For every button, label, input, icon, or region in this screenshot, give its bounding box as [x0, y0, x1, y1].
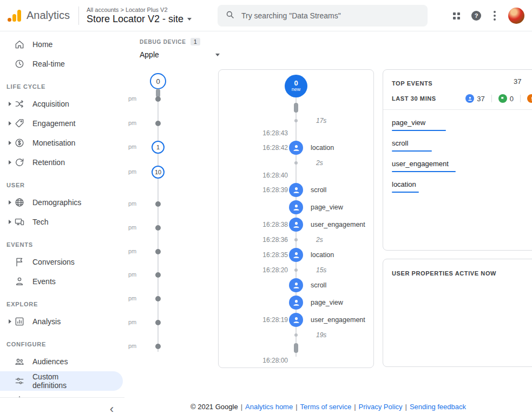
minute-count-circle[interactable]: 10: [152, 166, 165, 179]
minute-dot[interactable]: [155, 249, 161, 254]
top-event-name[interactable]: location: [392, 180, 416, 188]
sidebar-item-demographics[interactable]: Demographics: [0, 193, 124, 212]
minute-dot[interactable]: [155, 272, 161, 278]
sidebar-item-acquisition[interactable]: Acquisition: [0, 94, 124, 114]
chevron-down-icon: [215, 54, 220, 56]
home-logo-link[interactable]: Analytics: [0, 9, 75, 23]
expand-caret-icon[interactable]: [5, 220, 14, 224]
stream-row[interactable]: page_view: [219, 294, 373, 311]
minute-current-circle[interactable]: 0: [150, 73, 166, 89]
event-name[interactable]: location: [311, 144, 334, 152]
app-header: Analytics All accounts > Locator Plus V2…: [0, 0, 532, 31]
minute-count-circle[interactable]: 1: [152, 141, 165, 154]
top-events-total: 37: [514, 77, 521, 86]
event-name[interactable]: user_engagement: [311, 316, 365, 324]
sidebar-item-admin[interactable]: Admin: [0, 391, 124, 397]
minute-period-label: pm: [128, 200, 136, 207]
sidebar-item-label: Monetisation: [32, 139, 75, 147]
minute-period-label: pm: [128, 248, 136, 254]
minute-dot[interactable]: [155, 344, 161, 349]
help-icon[interactable]: ?: [471, 11, 481, 21]
footer-link-analytics-home[interactable]: Analytics home: [245, 403, 293, 411]
gap-tick: [294, 119, 298, 122]
sidebar-item-retention[interactable]: Retention: [0, 153, 124, 172]
sidebar-item-label: Acquisition: [32, 100, 69, 108]
event-person-icon[interactable]: [289, 183, 303, 197]
event-name[interactable]: page_view: [311, 204, 343, 211]
top-event-location[interactable]: location: [392, 179, 532, 193]
sidebar-item-analysis[interactable]: Analysis: [0, 312, 124, 331]
event-person-icon[interactable]: [289, 141, 303, 155]
minute-dot[interactable]: [155, 96, 161, 102]
stream-row: 16:28:2015s: [219, 264, 373, 277]
seconds-stream-card: 0 new 17s16:28:4316:28:42location2s16:28…: [218, 69, 374, 368]
minute-dot[interactable]: [155, 201, 161, 207]
event-name[interactable]: location: [311, 251, 334, 259]
footer-link-privacy-policy[interactable]: Privacy Policy: [359, 403, 403, 411]
top-event-name[interactable]: user_engagement: [392, 160, 449, 168]
event-person-icon[interactable]: [289, 278, 303, 292]
sidebar-item-monetisation[interactable]: Monetisation: [0, 133, 124, 153]
minute-dot[interactable]: [155, 121, 161, 126]
events-icon: [14, 276, 25, 287]
sidebar-item-events[interactable]: Events: [0, 272, 124, 291]
event-person-icon[interactable]: [289, 296, 303, 310]
kebab-menu-icon[interactable]: [492, 10, 497, 22]
top-event-user-engagement[interactable]: user_engagement: [392, 159, 532, 172]
analytics-logo-icon: [8, 9, 22, 23]
expand-caret-icon[interactable]: [5, 102, 14, 106]
event-person-icon[interactable]: [289, 313, 303, 327]
event-person-icon[interactable]: [289, 218, 303, 232]
sidebar-item-label: Demographics: [32, 198, 81, 207]
event-person-icon[interactable]: [289, 248, 303, 262]
clock-icon: [14, 58, 25, 69]
top-event-name[interactable]: page_view: [392, 119, 425, 127]
top-event-name[interactable]: scroll: [392, 139, 408, 147]
sidebar-item-tech[interactable]: Tech: [0, 212, 124, 232]
stream-row[interactable]: 16:28:39scroll: [219, 181, 373, 199]
sidebar-item-conversions[interactable]: Conversions: [0, 252, 124, 272]
minute-dot[interactable]: [155, 296, 161, 301]
debug-device-select[interactable]: Apple: [140, 50, 220, 59]
event-person-icon[interactable]: [289, 200, 303, 214]
stream-timestamp: 16:28:20: [219, 266, 288, 274]
stream-row: [219, 342, 373, 355]
sidebar-item-audiences[interactable]: Audiences: [0, 352, 124, 371]
sidebar-item-engagement[interactable]: Engagement: [0, 114, 124, 133]
expand-caret-icon[interactable]: [5, 141, 14, 145]
stream-row[interactable]: page_view: [219, 199, 373, 216]
expand-caret-icon[interactable]: [5, 121, 14, 126]
sidebar-item-custom-definitions[interactable]: Custom definitions: [0, 371, 123, 391]
stream-row[interactable]: 16:28:19user_engagement: [219, 311, 373, 329]
event-name[interactable]: scroll: [311, 281, 326, 289]
top-event-scroll[interactable]: scroll: [392, 138, 532, 152]
event-name[interactable]: page_view: [311, 299, 343, 306]
stream-row[interactable]: scroll: [219, 277, 373, 294]
stream-row[interactable]: 16:28:35location: [219, 246, 373, 264]
expand-caret-icon[interactable]: [5, 200, 14, 205]
stream-head-circle[interactable]: 0 new: [285, 75, 307, 97]
sidebar-item-home[interactable]: Home: [0, 35, 124, 54]
event-name[interactable]: user_engagement: [311, 221, 365, 228]
search-input[interactable]: [241, 11, 420, 20]
expand-caret-icon[interactable]: [5, 319, 14, 324]
expand-caret-icon[interactable]: [5, 160, 14, 165]
event-name[interactable]: scroll: [311, 186, 326, 194]
gap-duration: 17s: [316, 117, 326, 124]
top-events-list: page_viewscrolluser_engagementlocation: [392, 117, 532, 193]
sidebar-item-real-time[interactable]: Real-time: [0, 54, 124, 74]
stream-row[interactable]: 16:28:38user_engagement: [219, 216, 373, 233]
top-event-page-view[interactable]: page_view: [392, 117, 532, 131]
collapse-sidebar-button[interactable]: ‹: [110, 403, 114, 415]
property-switcher[interactable]: All accounts > Locator Plus V2 Store Loc…: [87, 6, 192, 25]
event-count-bar: [392, 150, 432, 152]
footer-link-sending-feedback[interactable]: Sending feedback: [410, 403, 466, 411]
footer-link-terms-of-service[interactable]: Terms of service: [300, 403, 352, 411]
apps-grid-icon[interactable]: [453, 12, 460, 19]
search-bar[interactable]: [218, 5, 428, 27]
stream-row[interactable]: 16:28:42location: [219, 139, 373, 156]
avatar[interactable]: [508, 8, 524, 24]
minute-dot[interactable]: [155, 320, 161, 325]
minute-dot[interactable]: [155, 225, 161, 231]
event-counters: 370: [465, 94, 532, 103]
